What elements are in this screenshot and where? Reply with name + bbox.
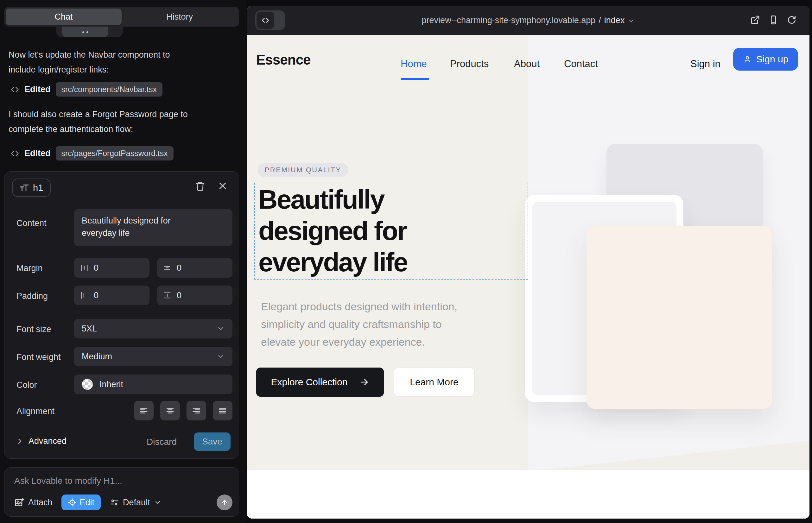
align-center-button[interactable]	[160, 401, 180, 420]
chat-message: I should also create a Forgot Password p…	[8, 107, 205, 137]
close-editor-button[interactable]	[218, 181, 227, 191]
mobile-view-button[interactable]	[768, 15, 778, 25]
image-plus-icon	[14, 497, 24, 507]
site-logo[interactable]: Essence	[256, 52, 311, 68]
edited-label: Edited	[24, 85, 51, 94]
attach-button[interactable]: Attach	[14, 497, 53, 507]
open-in-new-tab-button[interactable]	[750, 15, 760, 25]
decorative-card-cream	[586, 226, 772, 409]
delete-element-button[interactable]	[195, 181, 205, 191]
horizontal-padding-icon	[80, 291, 89, 300]
hero-paragraph: Elegant products designed with intention…	[261, 297, 457, 351]
arrow-right-icon	[359, 377, 369, 387]
selected-element-tag: h1	[12, 179, 51, 197]
discard-button[interactable]: Discard	[147, 437, 177, 447]
align-justify-button[interactable]	[213, 401, 232, 420]
chevron-down-icon	[217, 325, 225, 333]
color-select[interactable]: Inherit	[74, 375, 232, 394]
send-button[interactable]	[217, 494, 232, 510]
margin-x-input[interactable]: 0	[74, 258, 149, 278]
code-icon	[11, 149, 19, 158]
vertical-padding-icon	[163, 291, 172, 300]
learn-more-button[interactable]: Learn More	[394, 367, 475, 397]
content-input[interactable]: Beautifully designed for everyday life	[74, 209, 232, 246]
url-bar[interactable]: preview--charming-site-symphony.lovable.…	[247, 6, 810, 35]
horizontal-margin-icon	[80, 264, 89, 272]
sign-in-link[interactable]: Sign in	[690, 58, 721, 70]
advanced-toggle[interactable]: Advanced	[16, 436, 67, 446]
chevron-down-icon	[628, 17, 635, 24]
vertical-margin-icon	[163, 264, 172, 272]
arrow-up-icon	[220, 498, 229, 507]
site-canvas: Essence Home Products About Contact Sign…	[247, 35, 810, 519]
font-weight-select[interactable]: Medium	[74, 347, 232, 366]
preview-browser-bar: preview--charming-site-symphony.lovable.…	[247, 6, 810, 35]
tab-history[interactable]: History	[122, 8, 237, 25]
preview-panel: preview--charming-site-symphony.lovable.…	[247, 6, 810, 519]
tab-chat[interactable]: Chat	[6, 8, 122, 25]
h1-selection-outline[interactable]: Beautifully designed for everyday life	[254, 183, 528, 279]
typography-icon	[20, 183, 29, 193]
font-weight-label: Font weight	[16, 353, 61, 362]
next-section-background	[247, 470, 810, 519]
code-icon	[11, 85, 19, 94]
nav-link-home[interactable]: Home	[401, 58, 427, 70]
padding-label: Padding	[16, 291, 48, 301]
scrolled-chip-fragment	[62, 26, 108, 37]
save-button[interactable]: Save	[194, 432, 231, 451]
align-right-button[interactable]	[187, 401, 206, 420]
align-left-button[interactable]	[134, 401, 154, 420]
file-chip[interactable]: src/components/Navbar.tsx	[56, 82, 163, 96]
padding-y-input[interactable]: 0	[157, 286, 232, 305]
font-size-label: Font size	[16, 325, 51, 334]
alignment-label: Alignment	[16, 407, 54, 416]
sign-up-button[interactable]: Sign up	[733, 48, 798, 71]
explore-collection-button[interactable]: Explore Collection	[256, 367, 384, 397]
margin-y-input[interactable]: 0	[157, 258, 232, 278]
nav-link-products[interactable]: Products	[450, 58, 489, 70]
target-icon	[68, 498, 77, 507]
sliders-icon	[110, 498, 119, 507]
margin-label: Margin	[16, 264, 43, 273]
chat-message: Now let's update the Navbar component to…	[8, 48, 205, 77]
nav-link-about[interactable]: About	[514, 58, 540, 70]
element-editor-panel: h1 Content Beautifully designed for ever…	[4, 171, 239, 459]
chat-sidebar: Chat History Now let's update the Navbar…	[0, 0, 246, 523]
chat-composer: Ask Lovable to modify H1... Attach Edit …	[4, 467, 239, 517]
chevron-down-icon	[154, 499, 161, 506]
user-icon	[743, 55, 752, 64]
color-label: Color	[16, 380, 37, 390]
active-nav-underline	[401, 78, 429, 80]
content-label: Content	[16, 218, 47, 228]
composer-toolbar: Attach Edit Default	[14, 494, 232, 511]
model-selector[interactable]: Default	[110, 498, 161, 507]
font-size-select[interactable]: 5XL	[74, 319, 232, 339]
hero-heading: Beautifully designed for everyday life	[259, 184, 474, 278]
refresh-button[interactable]	[787, 15, 797, 25]
file-chip[interactable]: src/pages/ForgotPassword.tsx	[56, 146, 174, 161]
edited-label: Edited	[24, 148, 51, 158]
composer-input[interactable]: Ask Lovable to modify H1...	[14, 476, 122, 486]
edit-mode-button[interactable]: Edit	[61, 494, 101, 510]
padding-x-input[interactable]: 0	[74, 286, 149, 305]
edited-file-row: Edited src/components/Navbar.tsx	[11, 82, 162, 96]
chevron-right-icon	[16, 437, 23, 445]
alignment-buttons	[74, 401, 232, 420]
sidebar-tabbar: Chat History	[4, 7, 239, 26]
hero-badge: PREMIUM QUALITY	[258, 163, 348, 177]
nav-link-contact[interactable]: Contact	[564, 58, 598, 70]
color-swatch	[82, 379, 93, 390]
chevron-down-icon	[217, 353, 225, 361]
edited-file-row: Edited src/pages/ForgotPassword.tsx	[11, 146, 174, 161]
